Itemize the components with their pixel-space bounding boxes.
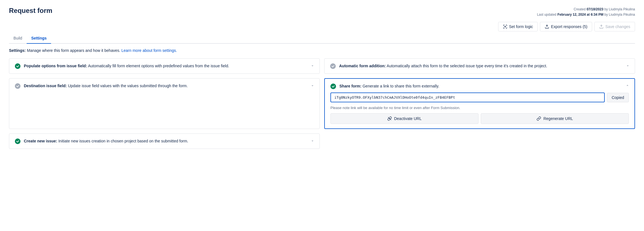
- create-issue-check-icon: [15, 138, 20, 144]
- created-by: Liudmyla Pikulina: [609, 7, 635, 11]
- updated-label: Last updated: [537, 13, 556, 17]
- export-responses-button[interactable]: Export responses (5): [540, 22, 592, 31]
- share-url-input[interactable]: [330, 93, 605, 102]
- regenerate-icon: [537, 116, 541, 121]
- share-form-check-icon: [330, 84, 336, 89]
- destination-issue-field-title: Destination issue field: Update issue fi…: [24, 83, 188, 89]
- created-by-label: by: [604, 7, 608, 11]
- tab-build[interactable]: Build: [9, 34, 27, 44]
- export-responses-label: Export responses (5): [551, 24, 587, 29]
- gray-check-icon-2: [15, 83, 20, 89]
- copied-button[interactable]: Copied: [607, 93, 629, 102]
- toolbar: Set form logic Export responses (5) Save…: [9, 22, 635, 31]
- save-changes-label: Save changes: [605, 24, 630, 29]
- updated-by: Liudmyla Pikulina: [609, 13, 635, 17]
- learn-more-link[interactable]: Learn more about form settings.: [121, 48, 177, 53]
- automatic-form-addition-title: Automatic form addition: Automatically a…: [339, 63, 547, 69]
- page-title: Request form: [9, 7, 52, 15]
- set-form-logic-button[interactable]: Set form logic: [498, 22, 538, 31]
- set-form-logic-label: Set form logic: [509, 24, 533, 29]
- regenerate-url-label: Regenerate URL: [543, 116, 573, 121]
- save-changes-button[interactable]: Save changes: [594, 22, 635, 31]
- svg-point-3: [15, 63, 20, 69]
- populate-options-content: Populate options from issue field: Autom…: [24, 63, 314, 69]
- create-new-issue-content: Create new issue: Initiate new issues cr…: [24, 138, 314, 144]
- destination-issue-field-card[interactable]: Destination issue field: Update issue fi…: [9, 78, 320, 129]
- tab-settings[interactable]: Settings: [27, 34, 51, 44]
- updated-date: February 12, 2024 at 6:34 PM: [557, 13, 603, 17]
- destination-issue-field-chevron: ⌄: [311, 83, 314, 87]
- tabs: Build Settings: [9, 34, 635, 44]
- settings-grid: Populate options from issue field: Autom…: [9, 58, 635, 149]
- svg-point-6: [330, 84, 336, 89]
- save-icon: [599, 24, 604, 29]
- deactivate-icon: [387, 116, 392, 121]
- create-new-issue-title: Create new issue: Initiate new issues cr…: [24, 138, 188, 144]
- populate-options-title: Populate options from issue field: Autom…: [24, 63, 229, 69]
- settings-description: Settings: Manage where this form appears…: [9, 48, 635, 53]
- automatic-form-addition-card[interactable]: Automatic form addition: Automatically a…: [324, 58, 635, 74]
- meta-info: Created 07/18/2023 by Liudmyla Pikulina …: [537, 7, 635, 17]
- form-logic-icon: [503, 24, 507, 29]
- export-icon: [545, 24, 549, 29]
- green-check-icon: [15, 63, 20, 69]
- svg-point-0: [505, 26, 506, 27]
- create-new-issue-card[interactable]: Create new issue: Initiate new issues cr…: [9, 133, 320, 149]
- url-note: Please note link will be available for n…: [330, 106, 629, 110]
- updated-by-label: by: [604, 13, 608, 17]
- automatic-form-addition-content: Automatic form addition: Automatically a…: [339, 63, 629, 69]
- settings-bold-label: Settings:: [9, 48, 26, 53]
- create-new-issue-chevron: ⌄: [311, 138, 314, 142]
- share-form-title: Share form: Generate a link to share thi…: [339, 83, 439, 89]
- created-label: Created: [574, 7, 586, 11]
- share-form-card: Share form: Generate a link to share thi…: [324, 78, 635, 129]
- url-row: Copied: [330, 93, 629, 102]
- populate-options-card[interactable]: Populate options from issue field: Autom…: [9, 58, 320, 74]
- populate-options-chevron: ⌄: [311, 63, 314, 67]
- share-form-header: Share form: Generate a link to share thi…: [330, 83, 629, 89]
- svg-point-5: [15, 83, 20, 89]
- destination-issue-field-content: Destination issue field: Update issue fi…: [24, 83, 314, 89]
- deactivate-url-button[interactable]: Deactivate URL: [330, 113, 479, 124]
- settings-description-text: Manage where this form appears and how i…: [27, 48, 121, 53]
- automatic-form-addition-chevron: ⌄: [626, 63, 629, 67]
- created-date: 07/18/2023: [586, 7, 603, 11]
- regenerate-url-button[interactable]: Regenerate URL: [481, 113, 629, 124]
- share-form-actions: Deactivate URL Regenerate URL: [330, 113, 629, 124]
- gray-check-icon: [330, 63, 336, 69]
- svg-point-4: [330, 63, 336, 69]
- deactivate-url-label: Deactivate URL: [394, 116, 422, 121]
- svg-point-8: [15, 138, 20, 144]
- svg-line-7: [388, 117, 391, 120]
- share-form-chevron[interactable]: ⌃: [626, 84, 629, 88]
